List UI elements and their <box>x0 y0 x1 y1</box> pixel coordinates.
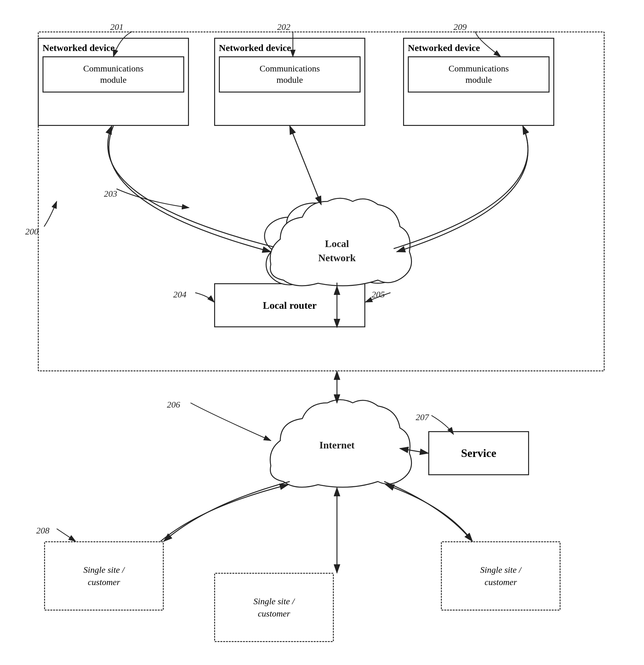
ref-206: 206 <box>167 400 180 410</box>
ref-204: 204 <box>173 289 186 300</box>
ref-202: 202 <box>277 22 290 32</box>
site-bottom-left: Single site /customer <box>44 541 164 611</box>
ref-208: 208 <box>36 526 50 536</box>
svg-text:Internet: Internet <box>319 439 355 451</box>
service-label: Service <box>461 446 496 460</box>
svg-line-19 <box>400 449 428 453</box>
device-2-label: Networked device <box>219 42 361 53</box>
site-left-label: Single site /customer <box>84 564 125 588</box>
ref-207: 207 <box>416 412 429 422</box>
local-router-label: Local router <box>263 300 317 311</box>
site-right-label: Single site /customer <box>480 564 521 588</box>
ref-200: 200 <box>25 227 38 237</box>
comm-module-2: Communicationsmodule <box>219 56 361 93</box>
networked-device-2: Networked device Communicationsmodule <box>214 38 365 126</box>
networked-device-1: Networked device Communicationsmodule <box>38 38 189 126</box>
ref-201: 201 <box>110 22 124 32</box>
comm-module-3: Communicationsmodule <box>408 56 550 93</box>
local-router-box: Local router <box>214 283 365 327</box>
ref-203: 203 <box>104 189 117 199</box>
device-1-label: Networked device <box>42 42 184 53</box>
internet-cloud: Internet <box>270 400 411 487</box>
ref-205: 205 <box>372 289 385 300</box>
site-center-label: Single site /customer <box>254 595 295 620</box>
ref-209: 209 <box>454 22 467 32</box>
site-bottom-right: Single site /customer <box>441 541 560 611</box>
site-bottom-center: Single site /customer <box>214 573 334 642</box>
device-3-label: Networked device <box>408 42 550 53</box>
service-box: Service <box>428 431 529 475</box>
networked-device-3: Networked device Communicationsmodule <box>403 38 554 126</box>
comm-module-1: Communicationsmodule <box>42 56 184 93</box>
